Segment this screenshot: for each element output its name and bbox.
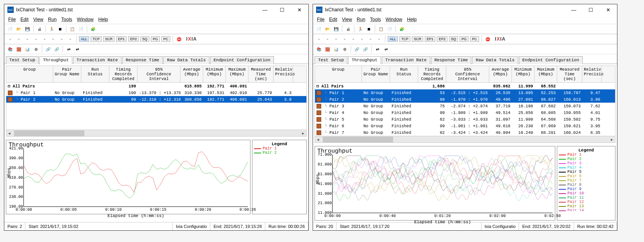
- menu-file[interactable]: File: [317, 17, 324, 22]
- group-icon[interactable]: 🧱: [15, 46, 22, 53]
- filter-ep2-button[interactable]: EP2: [437, 36, 447, 42]
- filter-pc-button[interactable]: PC: [470, 36, 479, 42]
- col-header[interactable]: Maximum(Mbps): [535, 66, 557, 82]
- titlebar[interactable]: IxC IxChariot Test - untitled1.tst — ☐ ✕: [4, 4, 308, 15]
- filter-pg-button[interactable]: PG: [460, 36, 469, 42]
- filter-all-button[interactable]: ALL: [388, 36, 398, 42]
- tab-endpoint-configuration[interactable]: Endpoint Configuration: [210, 56, 274, 64]
- titlebar[interactable]: IxC IxChariot Test - untitled1.tst — ☐ ✕: [313, 4, 617, 15]
- link-icon[interactable]: 🔗: [45, 46, 52, 53]
- menu-file[interactable]: File: [8, 17, 16, 22]
- table-row[interactable]: └ Pair 5No GroupFinished62-3.033 : +3.03…: [315, 116, 615, 123]
- table-row[interactable]: └ Pair 2No GroupFinished99-12.310 : +12.…: [6, 96, 306, 103]
- tab-transaction-rate[interactable]: Transaction Rate: [73, 56, 122, 64]
- flow2-icon[interactable]: ⇄: [74, 46, 81, 53]
- horizontal-scrollbar[interactable]: ◂▸: [315, 136, 615, 142]
- cfg-icon[interactable]: ⚙: [32, 46, 39, 53]
- col-header[interactable]: Minimum(Mbps): [203, 66, 226, 82]
- stop-icon[interactable]: ⏹: [365, 25, 372, 32]
- tool-icon[interactable]: ▫: [67, 36, 74, 43]
- filter-all-button[interactable]: ALL: [79, 36, 89, 42]
- tool-icon[interactable]: ▫: [376, 36, 383, 43]
- minimize-button[interactable]: —: [259, 7, 271, 13]
- tool-icon[interactable]: 🧩: [398, 25, 405, 32]
- col-header[interactable]: PairGroup Name: [362, 66, 390, 82]
- menu-tools[interactable]: Tools: [61, 17, 72, 22]
- col-header[interactable]: RunStatus: [81, 66, 109, 82]
- filter-tcp-button[interactable]: TCP: [91, 36, 102, 42]
- tool-icon[interactable]: ▫: [350, 36, 357, 43]
- tab-test-setup[interactable]: Test Setup: [315, 56, 347, 64]
- filter-pg-button[interactable]: PG: [151, 36, 160, 42]
- new-icon[interactable]: 📄: [7, 25, 14, 32]
- menu-help[interactable]: Help: [407, 17, 417, 22]
- tool-icon[interactable]: ▫: [32, 36, 39, 43]
- tab-endpoint-configuration[interactable]: Endpoint Configuration: [519, 56, 583, 64]
- menu-help[interactable]: Help: [98, 17, 108, 22]
- table-row[interactable]: └ Pair 4No GroupFinished99-1.989 : +1.98…: [315, 109, 615, 116]
- tool-icon[interactable]: ▫: [341, 36, 348, 43]
- chart-icon[interactable]: 📊: [24, 46, 31, 53]
- menu-edit[interactable]: Edit: [20, 17, 29, 22]
- tab-raw-data-totals[interactable]: Raw Data Totals: [472, 56, 518, 64]
- col-header[interactable]: MeasuredTime (sec): [249, 66, 274, 82]
- filter-scr-button[interactable]: SCR: [103, 36, 114, 42]
- flow-icon[interactable]: ⇄: [374, 46, 381, 53]
- all-pairs-row[interactable]: ⊟ All Pairs199615.885192.771406.091: [6, 83, 306, 89]
- cfg-icon[interactable]: ⚙: [341, 46, 348, 53]
- menu-window[interactable]: Window: [77, 17, 94, 22]
- col-header[interactable]: Group: [315, 66, 362, 82]
- save-icon[interactable]: 💾: [24, 25, 31, 32]
- run-icon[interactable]: 🏃: [357, 25, 364, 32]
- table-row[interactable]: └ Pair 1No GroupFinished100-13.370 : +13…: [6, 89, 306, 96]
- paste-icon[interactable]: 📄: [386, 25, 393, 32]
- link-icon[interactable]: 🔗: [353, 46, 360, 53]
- col-header[interactable]: TimingRecords Completed: [418, 66, 446, 82]
- tool-icon[interactable]: ▫: [24, 36, 31, 43]
- paste-icon[interactable]: 📄: [77, 25, 84, 32]
- tab-response-time[interactable]: Response Time: [122, 56, 163, 64]
- col-header[interactable]: 95%Confidence Interval: [138, 66, 181, 82]
- link2-icon[interactable]: 🔗: [362, 46, 369, 53]
- tab-raw-data-totals[interactable]: Raw Data Totals: [163, 56, 209, 64]
- stop-icon[interactable]: ⛔: [484, 36, 491, 43]
- filter-ep2-button[interactable]: EP2: [128, 36, 139, 42]
- stop-icon[interactable]: ⛔: [175, 36, 182, 43]
- chart-icon[interactable]: 📊: [333, 46, 340, 53]
- menu-view[interactable]: View: [342, 17, 352, 22]
- print-icon[interactable]: 🖨: [36, 25, 43, 32]
- col-header[interactable]: RelativPrecisio: [582, 66, 602, 82]
- col-header[interactable]: Group: [6, 66, 53, 82]
- tool-icon[interactable]: ▫: [324, 36, 331, 43]
- menu-edit[interactable]: Edit: [329, 17, 337, 22]
- maximize-button[interactable]: ☐: [585, 7, 597, 13]
- table-row[interactable]: └ Pair 7No GroupFinished82-3.424 : +3.42…: [315, 129, 615, 136]
- table-row[interactable]: └ Pair 2No GroupFinished99-1.970 : +1.97…: [315, 96, 615, 103]
- tool-icon[interactable]: ▫: [15, 36, 22, 43]
- filter-scr-button[interactable]: SCR: [412, 36, 423, 42]
- tool-icon[interactable]: ▫: [333, 36, 340, 43]
- col-header[interactable]: TimingRecords Completed: [109, 66, 138, 82]
- table-row[interactable]: └ Pair 3No GroupFinished75-2.874 : +2.87…: [315, 103, 615, 109]
- close-button[interactable]: ✕: [602, 7, 614, 13]
- filter-sq-button[interactable]: SQ: [140, 36, 149, 42]
- filter-tcp-button[interactable]: TCP: [399, 36, 410, 42]
- filter-sq-button[interactable]: SQ: [449, 36, 458, 42]
- horizontal-scrollbar[interactable]: ◂▸: [6, 130, 306, 136]
- open-icon[interactable]: 📂: [15, 25, 22, 32]
- tool-icon[interactable]: ▫: [367, 36, 374, 43]
- menu-tools[interactable]: Tools: [370, 17, 381, 22]
- menu-run[interactable]: Run: [48, 17, 57, 22]
- tab-transaction-rate[interactable]: Transaction Rate: [382, 56, 430, 64]
- close-button[interactable]: ✕: [293, 7, 305, 13]
- col-header[interactable]: Average(Mbps): [489, 66, 512, 82]
- col-header[interactable]: PairGroup Name: [53, 66, 81, 82]
- col-header[interactable]: MeasuredTime (sec): [557, 66, 582, 82]
- menu-run[interactable]: Run: [357, 17, 365, 22]
- filter-ep1-button[interactable]: EP1: [116, 36, 127, 42]
- flow-icon[interactable]: ⇄: [65, 46, 72, 53]
- stop-icon[interactable]: ⏹: [57, 25, 64, 32]
- col-header[interactable]: RunStatus: [390, 66, 418, 82]
- tool-icon[interactable]: 🧩: [89, 25, 97, 32]
- open-icon[interactable]: 📂: [324, 25, 331, 32]
